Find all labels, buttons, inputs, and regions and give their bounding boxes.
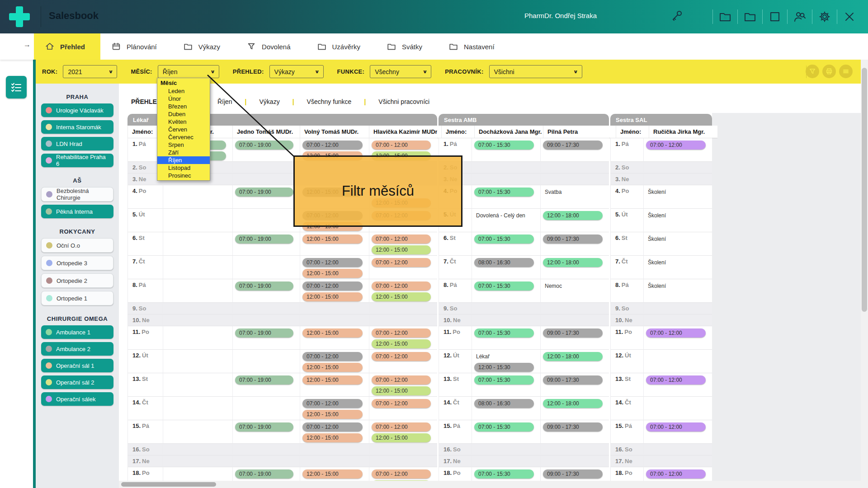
shift-chip[interactable]: 07:00 - 15:30 [474,141,534,150]
schedule-cell[interactable]: 12:00 - 15:00 [300,326,369,349]
schedule-cell[interactable] [643,314,712,326]
shift-chip[interactable]: 12:00 - 15:00 [302,375,363,385]
close-icon[interactable] [842,9,857,24]
schedule-cell[interactable] [232,255,300,279]
schedule-cell[interactable] [232,349,300,373]
shift-chip[interactable]: 12:00 - 18:00 [543,399,603,408]
shift-chip[interactable]: 07:00 - 12:00 [372,422,431,432]
schedule-cell[interactable] [300,443,369,455]
schedule-cell[interactable]: 07:00 - 15:30 [472,232,540,255]
sidebar-item[interactable]: Pěkná Interna [41,205,113,218]
schedule-cell[interactable]: 07:00 - 19:00 [232,420,300,443]
schedule-cell[interactable]: 07:00 - 15:30 [472,326,540,349]
filter-mesic-select[interactable]: Říjen∨ [158,65,219,78]
shift-chip[interactable]: 07:00 - 15:30 [474,282,534,291]
shift-chip[interactable]: 12:00 - 15:00 [302,235,363,244]
schedule-cell[interactable]: 12:00 - 18:00 [540,396,609,420]
schedule-cell[interactable] [163,420,232,443]
schedule-cell[interactable]: 07:00 - 19:00 [232,138,300,161]
tab-plánování[interactable]: Plánování [100,33,172,60]
schedule-cell[interactable] [163,373,232,396]
schedule-cell[interactable]: Školení [643,279,712,302]
schedule-cell[interactable]: Dovolená - Celý den [472,208,540,232]
schedule-cell[interactable]: Školení [643,232,712,255]
month-option-srpen[interactable]: Srpen [157,141,210,149]
schedule-cell[interactable]: 09:00 - 17:30 [540,326,609,349]
schedule-cell[interactable] [643,161,712,173]
schedule-cell[interactable] [163,349,232,373]
shift-chip[interactable]: 07:00 - 19:00 [235,141,293,150]
shift-chip[interactable]: 07:00 - 12:00 [372,141,431,150]
month-option-leden[interactable]: Leden [157,87,210,95]
schedule-cell[interactable]: 07:00 - 19:00 [232,185,300,208]
shift-chip[interactable]: 07:00 - 19:00 [235,235,293,244]
shift-chip[interactable]: 07:00 - 15:30 [474,422,534,432]
month-option-prosinec[interactable]: Prosinec [157,172,210,179]
schedule-cell[interactable]: 07:00 - 12:00 [643,138,712,161]
shift-chip[interactable]: 07:00 - 15:30 [474,235,534,244]
schedule-cell[interactable]: 07:00 - 12:0012:00 - 15:00 [300,255,369,279]
schedule-cell[interactable]: Školení [643,208,712,232]
month-option-listopad[interactable]: Listopad [157,164,210,172]
schedule-cell[interactable]: 07:00 - 12:0012:00 - 15:00 [300,420,369,443]
schedule-note[interactable]: Lékař [474,352,534,361]
schedule-cell[interactable]: 07:00 - 15:30 [472,138,540,161]
shift-chip[interactable]: 07:00 - 19:00 [235,375,293,385]
schedule-cell[interactable] [232,161,300,173]
sidebar-item[interactable]: Ambulance 1 [41,325,113,339]
schedule-cell[interactable] [369,302,437,314]
sidebar-item[interactable]: Operační sál 1 [41,359,113,372]
sidebar-item[interactable]: Ortopedie 2 [41,273,113,288]
month-option-říjen[interactable]: Říjen [157,156,210,164]
schedule-cell[interactable]: 08:00 - 16:30 [472,255,540,279]
shift-chip[interactable]: 12:00 - 15:00 [302,328,363,338]
schedule-cell[interactable]: 07:00 - 15:30 [472,373,540,396]
schedule-cell[interactable]: 07:00 - 12:0012:00 - 15:00 [369,279,437,302]
sidebar-item[interactable]: Operační sálek [41,392,113,406]
schedule-cell[interactable]: Školení [643,185,712,208]
menu-icon-button[interactable] [839,65,853,78]
schedule-cell[interactable]: 12:00 - 18:00 [540,349,609,373]
shift-chip[interactable]: 07:00 - 12:00 [372,352,431,361]
schedule-cell[interactable] [540,314,609,326]
shift-chip[interactable]: 07:00 - 15:30 [474,328,534,338]
shift-chip[interactable]: 07:00 - 15:30 [474,469,534,479]
sidebar-item[interactable]: Rehabilitace Praha 6 [41,154,113,167]
shift-chip[interactable]: 07:00 - 12:00 [646,375,706,385]
filter-pracovnik-select[interactable]: Všichni∨ [489,65,582,78]
shift-chip[interactable]: 12:00 - 15:00 [302,469,363,479]
shift-chip[interactable]: 07:00 - 12:00 [372,282,431,291]
shift-chip[interactable]: 07:00 - 12:00 [372,375,431,385]
schedule-cell[interactable]: 07:00 - 19:00 [232,279,300,302]
shift-chip[interactable]: 07:00 - 19:00 [235,469,293,479]
print-icon-button[interactable] [822,65,836,78]
schedule-cell[interactable] [232,455,300,467]
shift-chip[interactable]: 07:00 - 12:00 [646,469,706,479]
schedule-cell[interactable] [163,302,232,314]
schedule-cell[interactable] [369,443,437,455]
filter-icon-button[interactable] [806,65,819,78]
sidebar-item[interactable]: Ortopedie 1 [41,291,113,305]
tab-nastavení[interactable]: Nastavení [438,33,510,60]
schedule-cell[interactable]: Nemoc [540,279,609,302]
schedule-cell[interactable]: 07:00 - 19:00 [232,326,300,349]
schedule-cell[interactable] [643,396,712,420]
shift-chip[interactable]: 12:00 - 15:00 [302,269,363,278]
sidebar-item[interactable]: Ambulance 2 [41,342,113,356]
shift-chip[interactable]: 09:00 - 17:30 [543,328,603,338]
schedule-cell[interactable]: Školení [643,255,712,279]
schedule-cell[interactable]: Svatba [540,185,609,208]
schedule-cell[interactable] [163,279,232,302]
filter-funkce-select[interactable]: Všechny∨ [370,65,431,78]
schedule-cell[interactable]: 07:00 - 12:00 [369,349,437,373]
schedule-cell[interactable] [163,455,232,467]
sidebar-item[interactable]: Interna Staromák [41,120,113,134]
shift-chip[interactable]: 09:00 - 17:30 [543,422,603,432]
schedule-cell[interactable] [163,396,232,420]
schedule-cell[interactable]: 07:00 - 12:00 [643,326,712,349]
schedule-cell[interactable] [300,455,369,467]
shift-chip[interactable]: 07:00 - 12:00 [302,282,363,291]
shift-chip[interactable]: 07:00 - 12:00 [646,422,706,432]
tab-výkazy[interactable]: Výkazy [172,33,236,60]
shift-chip[interactable]: 07:00 - 19:00 [235,422,293,432]
